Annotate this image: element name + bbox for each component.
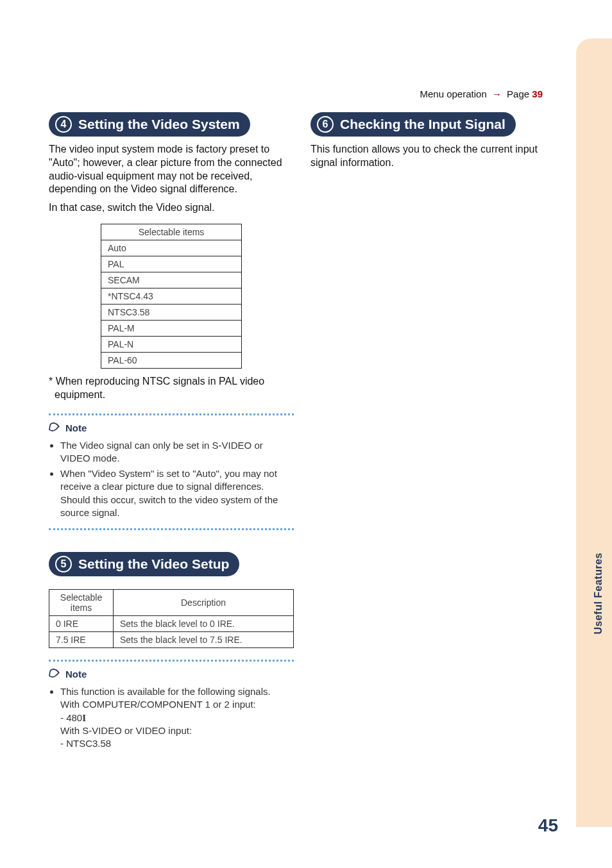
section-6-title: Checking the Input Signal xyxy=(340,117,506,132)
note-line: With COMPUTER/COMPONENT 1 or 2 input: xyxy=(60,698,294,711)
section-6-heading: 6 Checking the Input Signal xyxy=(310,112,516,137)
arrow-right-icon: → xyxy=(492,88,502,99)
section-4-footnote: * When reproducing NTSC signals in PAL v… xyxy=(49,375,294,402)
note-item: When "Video System" is set to "Auto", yo… xyxy=(60,467,294,519)
note-intro: This function is available for the follo… xyxy=(60,686,271,697)
menu-op-text: Menu operation xyxy=(420,88,487,99)
note-label: Note xyxy=(65,422,87,433)
table-row: PAL-60 xyxy=(101,352,242,368)
table-row: PAL xyxy=(101,256,242,272)
section-4-title: Setting the Video System xyxy=(78,117,240,132)
section-4-heading: 4 Setting the Video System xyxy=(49,112,250,137)
note-item: This function is available for the follo… xyxy=(60,685,294,750)
menu-operation-ref: Menu operation → Page 39 xyxy=(420,88,543,99)
circled-number-icon: 6 xyxy=(317,116,334,133)
table-row: 7.5 IRE xyxy=(49,632,114,648)
table-row: Sets the black level to 0 IRE. xyxy=(114,616,294,632)
note-box-2: Note This function is available for the … xyxy=(49,660,294,750)
section-4-para1: The video input system mode is factory p… xyxy=(49,143,294,196)
video-setup-table: Selectable items Description 0 IRE Sets … xyxy=(49,589,294,648)
table-row: Auto xyxy=(101,240,242,256)
table-row: PAL-N xyxy=(101,336,242,352)
table-row: NTSC3.58 xyxy=(101,304,242,320)
table-row: 0 IRE xyxy=(49,616,114,632)
section-5-heading: 5 Setting the Video Setup xyxy=(49,552,239,576)
note-label: Note xyxy=(65,669,87,680)
note-icon xyxy=(49,667,62,681)
side-tab-label: Useful Features xyxy=(593,553,604,635)
page-label: Page xyxy=(507,88,529,99)
note-item: The Video signal can only be set in S-VI… xyxy=(60,439,294,465)
section-4-para2: In that case, switch the Video signal. xyxy=(49,201,294,215)
section-5-title: Setting the Video Setup xyxy=(78,556,229,572)
table-row: Sets the black level to 7.5 IRE. xyxy=(114,632,294,648)
table-header: Selectable items xyxy=(49,590,114,616)
page-ref-num: 39 xyxy=(532,88,543,99)
selectable-items-table: Selectable items Auto PAL SECAM *NTSC4.4… xyxy=(101,224,242,369)
note-box-1: Note The Video signal can only be set in… xyxy=(49,413,294,531)
page-number: 45 xyxy=(538,815,558,836)
circled-number-icon: 4 xyxy=(55,116,72,133)
note-line: With S-VIDEO or VIDEO input: xyxy=(60,724,294,737)
section-6-para: This function allows you to check the cu… xyxy=(310,143,556,170)
note-line: - NTSC3.58 xyxy=(60,737,294,750)
left-column: 4 Setting the Video System The video inp… xyxy=(49,112,294,753)
table-row: *NTSC4.43 xyxy=(101,288,242,304)
table-row: PAL-M xyxy=(101,320,242,336)
table-row: SECAM xyxy=(101,272,242,288)
table-header: Selectable items xyxy=(101,224,242,240)
table-header: Description xyxy=(114,590,294,616)
note-icon xyxy=(49,421,62,435)
circled-number-icon: 5 xyxy=(55,556,72,572)
side-tab: Useful Features xyxy=(576,38,612,827)
right-column: 6 Checking the Input Signal This functio… xyxy=(310,112,556,753)
note-line: - 480I xyxy=(60,712,294,724)
